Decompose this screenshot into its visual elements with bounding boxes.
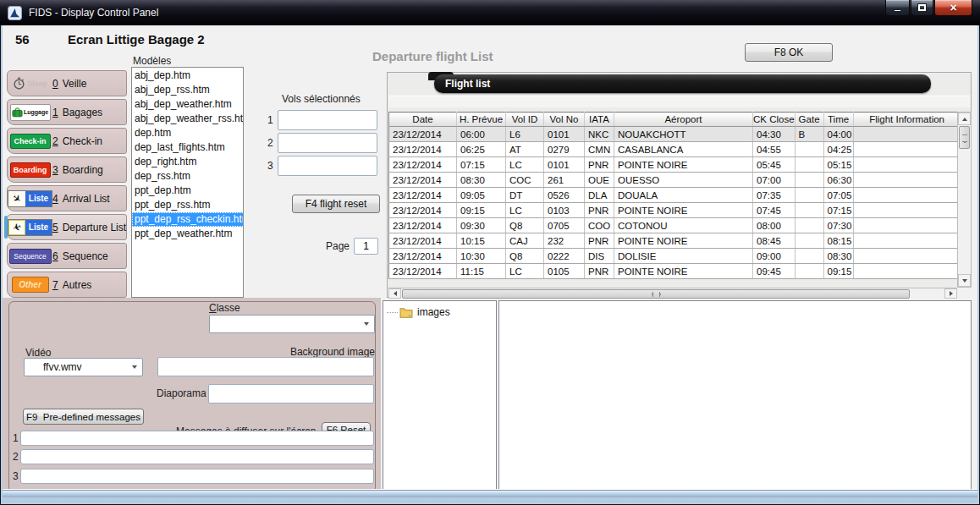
sidebar-item-arrival-list[interactable]: ✈ Liste 4 Arrival List <box>7 185 127 211</box>
horizontal-scrollbar[interactable] <box>388 288 957 299</box>
minimize-button[interactable] <box>885 0 910 16</box>
flight-cell <box>853 127 961 142</box>
flight-cell: 0101 <box>544 157 585 173</box>
sidebar-item-veille[interactable]: Sleep 0 Veille <box>7 70 127 96</box>
column-header[interactable]: Vol No <box>544 113 585 127</box>
flight-cell: 23/12/2014 <box>389 142 457 157</box>
screen-settings-panel: Classe Vidéo ffvv.wmv Background image D… <box>3 298 381 497</box>
flight-list-panel: Flight list DateH. PrévueVol IDVol NoIAT… <box>387 72 972 298</box>
flight-cell: OUE <box>585 173 614 188</box>
column-header[interactable]: Gate <box>795 113 823 127</box>
tab-label: Bagages <box>63 107 102 118</box>
f8-ok-button[interactable]: F8 OK <box>745 43 833 62</box>
flight-cell <box>853 249 961 264</box>
vertical-scrollbar[interactable] <box>957 112 972 288</box>
diaporama-input[interactable] <box>208 384 374 403</box>
column-header[interactable]: Vol ID <box>506 113 544 127</box>
tab-number: 0 <box>52 78 58 90</box>
column-header[interactable]: Aéroport <box>614 113 753 127</box>
flight-row[interactable]: 23/12/201409:05DT0526DLADOUALA07:3507:05 <box>389 188 961 203</box>
flight-row[interactable]: 23/12/201409:30Q80705COOCOTONOU08:0007:3… <box>389 218 961 233</box>
screen-number: 56 <box>15 32 30 47</box>
model-item[interactable]: ppt_dep.htm <box>132 184 243 198</box>
flight-cell: DLA <box>585 188 614 203</box>
message-input-2[interactable] <box>20 449 374 464</box>
sidebar-item-checkin[interactable]: Check-in 2 Check-in <box>7 128 127 154</box>
vertical-scroll-thumb[interactable] <box>959 126 970 149</box>
flight-row[interactable]: 23/12/201410:30Q80222DISDOLISIE09:0008:3… <box>389 249 961 264</box>
close-button[interactable]: × <box>934 0 972 16</box>
scroll-up-button[interactable] <box>958 113 971 125</box>
flight-cell: 07:15 <box>457 157 506 173</box>
flight-slot-number: 2 <box>267 137 273 149</box>
scroll-left-button[interactable] <box>388 288 401 299</box>
flight-row[interactable]: 23/12/201407:15LC0101PNRPOINTE NOIRE05:4… <box>389 157 961 173</box>
sleep-badge-label: Sleep <box>27 80 47 88</box>
column-header[interactable]: Date <box>389 113 457 127</box>
flight-row[interactable]: 23/12/201408:30COC261OUEOUESSO07:0006:30 <box>389 173 961 188</box>
sidebar-item-boarding[interactable]: Boarding 3 Boarding <box>7 156 127 183</box>
f4-flight-reset-button[interactable]: F4 flight reset <box>292 195 380 213</box>
column-header[interactable]: IATA <box>585 113 614 127</box>
scroll-right-button[interactable] <box>944 288 957 299</box>
sidebar-item-bagages[interactable]: Luggage 1 Bagages <box>7 99 127 125</box>
flight-cell <box>853 188 961 203</box>
tab-number: 4 <box>52 193 58 205</box>
flight-cell: POINTE NOIRE <box>614 203 753 218</box>
model-item[interactable]: abj_dep_weather.htm <box>132 97 243 112</box>
column-header[interactable]: H. Prévue <box>457 113 506 127</box>
model-item[interactable]: abj_dep_weather_rss.htm <box>132 112 243 126</box>
flight-cell: 06:00 <box>457 127 506 142</box>
model-item[interactable]: ppt_dep_rss_checkin.htm <box>132 212 244 227</box>
tab-label: Autres <box>63 279 92 291</box>
flight-cell: COTONOU <box>614 218 753 233</box>
flight-slot-input-3[interactable] <box>278 156 377 176</box>
column-header[interactable]: Flight Information <box>853 113 961 127</box>
model-item[interactable]: dep_rss.htm <box>132 169 243 184</box>
flight-cell: 0705 <box>544 218 585 233</box>
flight-slot-number: 1 <box>267 114 273 126</box>
flight-cell: 07:35 <box>753 188 796 203</box>
flight-cell <box>795 249 823 264</box>
video-combobox[interactable]: ffvv.wmv <box>24 358 143 376</box>
sidebar-item-departure-list[interactable]: ✈ Liste 5 Departure List <box>7 214 127 240</box>
tree-item-images[interactable]: images <box>387 306 496 318</box>
flight-row[interactable]: 23/12/201406:00L60101NKCNOUAKCHOTT04:30B… <box>389 127 961 142</box>
model-item[interactable]: dep_right.htm <box>132 155 243 169</box>
message-input-1[interactable] <box>20 431 374 446</box>
flight-cell: POINTE NOIRE <box>614 264 753 279</box>
model-item[interactable]: dep_last_flights.htm <box>132 140 243 155</box>
flight-slot-input-1[interactable] <box>278 110 377 130</box>
flight-cell: 07:00 <box>753 173 796 188</box>
model-item[interactable]: dep.htm <box>132 126 243 140</box>
app-window: FIDS - Display Control Panel × 56 Ecran … <box>0 0 980 505</box>
flight-row[interactable]: 23/12/201406:25AT0279CMNCASABLANCA04:550… <box>389 142 961 157</box>
flight-cell: 232 <box>544 233 585 249</box>
page-input[interactable] <box>354 238 378 255</box>
sidebar-item-sequence[interactable]: Sequence 6 Sequence <box>7 243 127 269</box>
message-input-3[interactable] <box>20 469 374 484</box>
column-header[interactable]: CK Close <box>753 113 796 127</box>
model-item[interactable]: ppt_dep_rss.htm <box>132 198 243 212</box>
arrow-up-icon <box>962 118 967 121</box>
flight-cell: 23/12/2014 <box>389 173 457 188</box>
scroll-down-button[interactable] <box>958 274 971 287</box>
flight-row[interactable]: 23/12/201409:15LC0103PNRPOINTE NOIRE07:4… <box>389 203 961 218</box>
column-header[interactable]: Time <box>823 113 853 127</box>
flight-row[interactable]: 23/12/201411:15LC0105PNRPOINTE NOIRE09:4… <box>389 264 961 279</box>
flight-row[interactable]: 23/12/201410:15CAJ232PNRPOINTE NOIRE08:4… <box>389 233 961 249</box>
chevron-down-icon <box>127 365 142 369</box>
window-title: FIDS - Display Control Panel <box>29 7 158 19</box>
model-item[interactable]: ppt_dep_weather.htm <box>132 227 243 241</box>
model-item[interactable]: abj_dep.htm <box>132 69 243 83</box>
classe-combobox[interactable] <box>209 315 375 333</box>
maximize-button[interactable] <box>911 0 933 16</box>
background-image-input[interactable] <box>157 357 374 376</box>
sidebar-item-autres[interactable]: Other 7 Autres <box>7 272 127 298</box>
f9-predefined-messages-button[interactable]: F9 Pre-defined messages <box>23 409 144 425</box>
horizontal-scroll-thumb[interactable] <box>402 289 910 299</box>
model-item[interactable]: abj_dep_rss.htm <box>132 83 243 97</box>
flight-slot-input-2[interactable] <box>278 133 377 153</box>
flight-cell: COO <box>585 218 614 233</box>
models-list[interactable]: abj_dep.htmabj_dep_rss.htmabj_dep_weathe… <box>131 67 244 298</box>
